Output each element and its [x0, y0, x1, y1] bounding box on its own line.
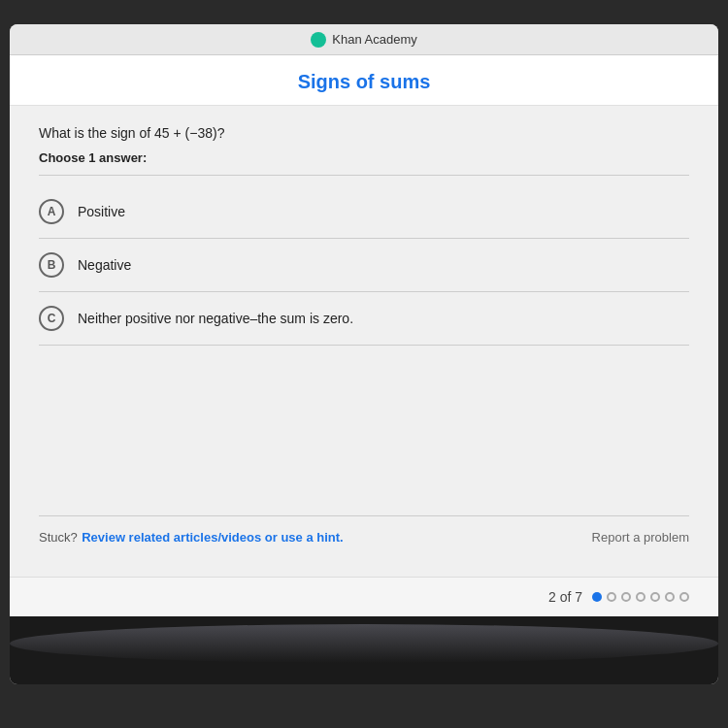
- main-content: What is the sign of 45 + (−38)? Choose 1…: [10, 106, 718, 577]
- answer-circle-b: B: [39, 252, 64, 278]
- answer-circle-a: A: [39, 199, 64, 224]
- answer-option-c[interactable]: C Neither positive nor negative–the sum …: [39, 292, 689, 346]
- choose-label: Choose 1 answer:: [39, 150, 689, 165]
- answer-divider: [39, 175, 689, 176]
- browser-title: Khan Academy: [332, 32, 416, 47]
- stuck-section: Stuck? Review related articles/videos or…: [39, 515, 689, 557]
- khan-icon: [311, 32, 326, 48]
- content-area: Signs of sums What is the sign of 45 + (…: [10, 55, 718, 616]
- answer-option-a[interactable]: A Positive: [39, 185, 689, 239]
- review-link[interactable]: Review related articles/videos or use a …: [82, 530, 344, 545]
- browser-bar: Khan Academy: [10, 24, 718, 55]
- reflection-area: [10, 624, 718, 663]
- stuck-left: Stuck? Review related articles/videos or…: [39, 528, 344, 546]
- extra-space: [39, 346, 689, 515]
- page-title: Signs of sums: [10, 71, 718, 93]
- dot-3: [621, 592, 631, 602]
- dot-4: [636, 592, 645, 602]
- answer-text-b: Negative: [78, 257, 131, 273]
- dot-6: [665, 592, 675, 602]
- answer-circle-c: C: [39, 306, 64, 331]
- dot-5: [650, 592, 660, 602]
- dot-7: [679, 592, 689, 602]
- report-problem[interactable]: Report a problem: [592, 530, 689, 545]
- dark-bottom: [10, 616, 718, 684]
- progress-text: 2 of 7: [548, 589, 582, 605]
- answer-text-a: Positive: [78, 204, 125, 219]
- progress-dots: [592, 592, 689, 602]
- question-text: What is the sign of 45 + (−38)?: [39, 125, 689, 141]
- answer-option-b[interactable]: B Negative: [39, 239, 689, 292]
- stuck-prefix: Stuck?: [39, 530, 78, 545]
- screen-container: Khan Academy Signs of sums What is the s…: [10, 24, 718, 684]
- answer-text-c: Neither positive nor negative–the sum is…: [78, 311, 353, 326]
- bottom-section: 2 of 7: [10, 577, 718, 616]
- page-header: Signs of sums: [10, 55, 718, 106]
- progress-info: 2 of 7: [548, 589, 689, 605]
- dot-1: [592, 592, 602, 602]
- dot-2: [607, 592, 616, 602]
